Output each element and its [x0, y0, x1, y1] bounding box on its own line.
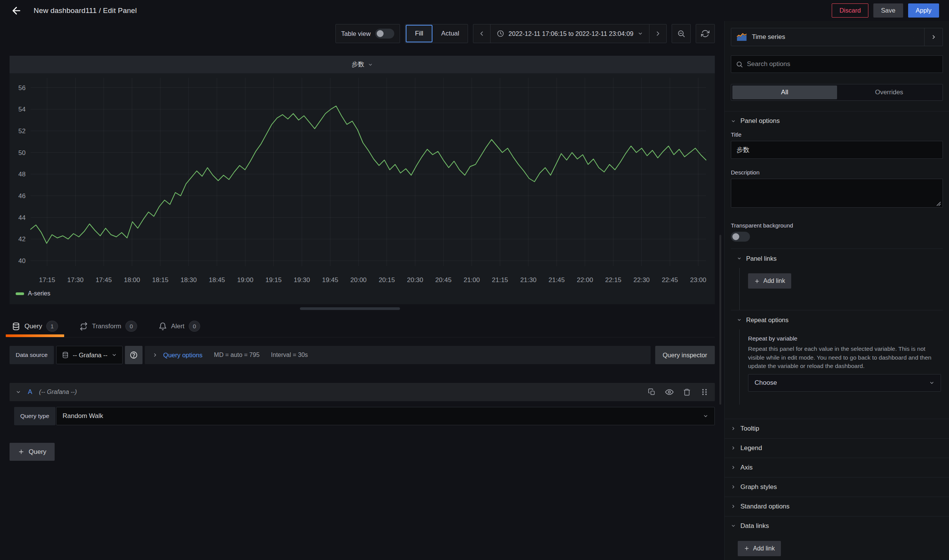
- section-axis: Axis: [725, 458, 949, 477]
- clock-icon: [497, 30, 504, 37]
- svg-text:18:30: 18:30: [180, 276, 197, 284]
- title-field-label: Title: [731, 131, 943, 138]
- axis-header[interactable]: Axis: [725, 458, 949, 477]
- visualization-picker-button[interactable]: Time series: [731, 33, 924, 41]
- svg-text:22:15: 22:15: [605, 276, 622, 284]
- svg-text:18:15: 18:15: [152, 276, 168, 284]
- options-search-input[interactable]: [747, 60, 938, 68]
- panel-header[interactable]: 步数: [10, 56, 715, 73]
- tab-transform[interactable]: Transform 0: [77, 315, 139, 337]
- discard-button[interactable]: Discard: [832, 3, 868, 18]
- alert-count-badge: 0: [189, 321, 200, 332]
- section-standard-options: Standard options: [725, 497, 949, 516]
- chevron-down-icon: [703, 413, 708, 419]
- datasource-picker[interactable]: -- Grafana --: [56, 346, 123, 364]
- standard-options-header[interactable]: Standard options: [725, 497, 949, 516]
- section-panel-options: Panel options Title Description Transpar…: [725, 111, 949, 405]
- table-view-label: Table view: [341, 30, 371, 37]
- chevron-down-icon: [913, 34, 919, 40]
- tab-alert[interactable]: Alert 0: [156, 315, 202, 337]
- svg-text:21:15: 21:15: [492, 276, 509, 284]
- zoom-out-button[interactable]: [672, 24, 691, 43]
- panel-options-header[interactable]: Panel options: [725, 111, 949, 131]
- scrollbar-thumb[interactable]: [719, 235, 721, 405]
- panel-links-header[interactable]: Panel links: [731, 249, 943, 268]
- data-links-header[interactable]: Data links: [725, 516, 949, 536]
- table-view-toggle[interactable]: [375, 29, 394, 39]
- panel-links-add-link-button[interactable]: Add link: [748, 273, 791, 289]
- svg-text:22:00: 22:00: [577, 276, 593, 284]
- svg-text:23:00: 23:00: [690, 276, 706, 284]
- query-row-header[interactable]: A (-- Grafana --): [10, 383, 715, 401]
- tab-query[interactable]: Query 1: [10, 315, 60, 337]
- svg-text:22:45: 22:45: [662, 276, 678, 284]
- tab-overrides[interactable]: Overrides: [837, 86, 942, 99]
- query-options-toggle[interactable]: Query options: [152, 352, 202, 359]
- drag-handle[interactable]: [700, 388, 709, 396]
- transparent-bg-toggle[interactable]: [731, 232, 750, 242]
- apply-button[interactable]: Apply: [908, 3, 939, 18]
- back-arrow-icon[interactable]: [10, 4, 23, 17]
- repeat-options-header[interactable]: Repeat options: [731, 310, 943, 329]
- query-row-datasource: (-- Grafana --): [39, 389, 77, 395]
- fill-option[interactable]: Fill: [406, 25, 432, 42]
- actual-option[interactable]: Actual: [433, 24, 468, 43]
- svg-text:42: 42: [18, 236, 26, 243]
- time-series-chart[interactable]: 17:1517:3017:4518:0018:1518:3018:4519:00…: [10, 73, 715, 304]
- chevron-down-icon: [16, 389, 21, 395]
- chevron-right-icon: [731, 484, 736, 489]
- query-type-label: Query type: [14, 407, 55, 425]
- query-type-value: Random Walk: [63, 412, 103, 420]
- panel-title-input[interactable]: [731, 141, 943, 159]
- help-circle-icon: [130, 351, 138, 359]
- resize-grip-icon[interactable]: [936, 202, 941, 206]
- data-links-add-link-button[interactable]: Add link: [738, 541, 781, 556]
- plus-icon: [18, 449, 24, 455]
- plus-icon: [754, 278, 760, 284]
- save-button[interactable]: Save: [873, 3, 903, 18]
- repeat-variable-select[interactable]: Choose: [748, 374, 941, 392]
- transform-count-badge: 0: [125, 321, 137, 332]
- plus-icon: [744, 545, 750, 551]
- query-inspector-button[interactable]: Query inspector: [655, 346, 715, 364]
- options-search[interactable]: [731, 55, 943, 73]
- svg-text:50: 50: [18, 149, 26, 157]
- chevron-right-icon: [931, 34, 937, 40]
- query-options-bar: Query options MD = auto = 795 Interval =…: [145, 346, 650, 364]
- query-row-card: A (-- Grafana --): [10, 383, 715, 443]
- svg-text:19:45: 19:45: [322, 276, 338, 284]
- chevron-down-icon: [112, 352, 117, 358]
- delete-query-button[interactable]: [683, 388, 691, 396]
- query-type-select[interactable]: Random Walk: [56, 407, 715, 425]
- description-field-label: Description: [731, 169, 943, 176]
- svg-text:21:00: 21:00: [463, 276, 480, 284]
- datasource-row: Data source -- Grafana -- Query options …: [10, 346, 715, 364]
- hide-query-button[interactable]: [665, 388, 674, 396]
- chart-legend[interactable]: A-series: [16, 290, 50, 297]
- time-back-button[interactable]: [473, 24, 490, 43]
- collapse-options-button[interactable]: [924, 28, 943, 46]
- chevron-down-icon: [929, 380, 934, 386]
- add-query-button[interactable]: Query: [10, 443, 55, 461]
- pane-resize-handle[interactable]: [300, 307, 400, 310]
- time-series-viz-icon: [737, 33, 747, 41]
- svg-text:19:15: 19:15: [266, 276, 282, 284]
- tab-all[interactable]: All: [732, 86, 837, 99]
- legend-header[interactable]: Legend: [725, 439, 949, 458]
- section-graph-styles: Graph styles: [725, 477, 949, 497]
- tooltip-header[interactable]: Tooltip: [725, 419, 949, 438]
- duplicate-query-button[interactable]: [648, 388, 656, 396]
- chevron-right-icon: [731, 504, 736, 509]
- datasource-help-button[interactable]: [125, 346, 143, 364]
- svg-text:40: 40: [18, 257, 26, 265]
- database-icon: [12, 322, 20, 331]
- graph-styles-header[interactable]: Graph styles: [725, 478, 949, 497]
- time-forward-button[interactable]: [649, 24, 666, 43]
- time-range-button[interactable]: 2022-12-11 17:06:15 to 2022-12-11 23:04:…: [490, 24, 649, 43]
- description-textarea[interactable]: [731, 179, 943, 208]
- bell-icon: [159, 322, 167, 331]
- refresh-button[interactable]: [696, 24, 715, 43]
- grafana-edit-panel: New dashboard111 / Edit Panel Discard Sa…: [0, 0, 949, 560]
- topbar: New dashboard111 / Edit Panel Discard Sa…: [0, 0, 949, 21]
- refresh-icon: [701, 29, 709, 38]
